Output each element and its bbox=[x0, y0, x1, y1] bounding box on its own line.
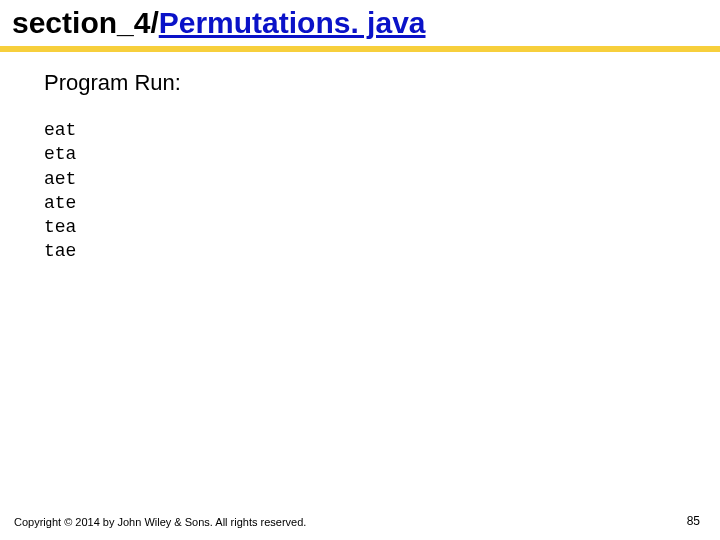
slide-body: Program Run: eat eta aet ate tea tae bbox=[0, 52, 720, 264]
slide-title: section_4/Permutations. java bbox=[12, 6, 708, 40]
program-output: eat eta aet ate tea tae bbox=[44, 118, 702, 264]
slide: section_4/Permutations. java Program Run… bbox=[0, 0, 720, 540]
title-link[interactable]: Permutations. java bbox=[159, 6, 426, 39]
copyright-text: Copyright © 2014 by John Wiley & Sons. A… bbox=[14, 516, 306, 528]
title-prefix: section_4/ bbox=[12, 6, 159, 39]
slide-footer: Copyright © 2014 by John Wiley & Sons. A… bbox=[14, 514, 706, 528]
page-number: 85 bbox=[687, 514, 706, 528]
program-run-heading: Program Run: bbox=[44, 70, 702, 96]
title-area: section_4/Permutations. java bbox=[0, 0, 720, 40]
